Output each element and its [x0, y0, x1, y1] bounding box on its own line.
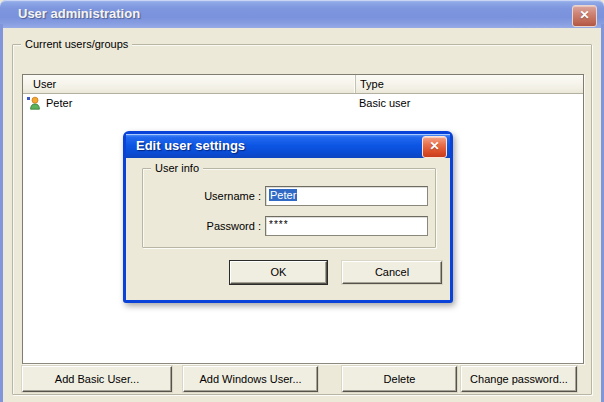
column-header-user[interactable]: User	[23, 75, 355, 93]
password-field[interactable]: ****	[265, 216, 428, 236]
username-label: Username :	[156, 186, 261, 206]
user-type-text: Basic user	[355, 97, 583, 109]
username-row: Username : Peter	[126, 186, 450, 206]
current-users-groupbox-label: Current users/groups	[21, 38, 132, 50]
username-field[interactable]: Peter	[265, 186, 428, 206]
user-name-text: Peter	[46, 97, 72, 109]
change-password-button[interactable]: Change password...	[461, 366, 577, 392]
list-header: User Type	[23, 75, 583, 94]
close-icon[interactable]: ✕	[422, 136, 447, 158]
user-info-groupbox: User info	[142, 168, 436, 248]
window-title: User administration	[18, 0, 140, 27]
user-cell: Peter	[23, 95, 355, 111]
dialog-body: User info Username : Peter Password : **…	[126, 158, 450, 300]
user-icon	[26, 95, 42, 111]
add-windows-user-button[interactable]: Add Windows User...	[183, 366, 318, 392]
column-header-type[interactable]: Type	[355, 75, 583, 93]
username-selected-text: Peter	[269, 189, 297, 201]
cancel-button[interactable]: Cancel	[342, 261, 442, 284]
edit-user-settings-dialog: Edit user settings ✕ User info Username …	[123, 131, 453, 303]
password-masked-text: ****	[269, 220, 424, 229]
password-label: Password :	[156, 216, 261, 236]
close-icon[interactable]: ✕	[572, 5, 597, 27]
user-administration-window: User administration ✕ Current users/grou…	[0, 0, 604, 402]
table-row[interactable]: Peter Basic user	[23, 94, 583, 112]
main-titlebar[interactable]: User administration ✕	[0, 0, 604, 28]
window-border-left	[0, 24, 3, 402]
delete-button[interactable]: Delete	[342, 366, 457, 392]
user-info-groupbox-label: User info	[151, 162, 203, 174]
add-basic-user-button[interactable]: Add Basic User...	[22, 366, 172, 392]
dialog-title: Edit user settings	[136, 134, 245, 157]
dialog-titlebar[interactable]: Edit user settings ✕	[126, 134, 450, 158]
password-row: Password : ****	[126, 216, 450, 236]
ok-button[interactable]: OK	[230, 261, 327, 284]
